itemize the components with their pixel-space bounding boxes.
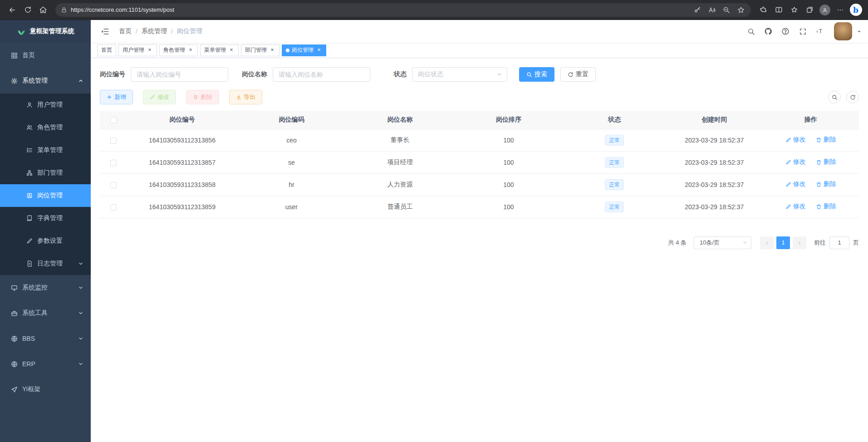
breadcrumb-section[interactable]: 系统管理	[142, 27, 167, 35]
refresh-table-button[interactable]	[846, 91, 859, 103]
sidebar-item-framework[interactable]: Yi框架	[0, 377, 91, 402]
sidebar-item-bbs[interactable]: BBS	[0, 326, 91, 351]
reload-button[interactable]	[20, 3, 35, 17]
tab-users[interactable]: 用户管理 ×	[118, 44, 157, 56]
search-button[interactable]: 搜索	[519, 67, 554, 82]
goto-page-input[interactable]	[829, 236, 849, 249]
breadcrumb-home[interactable]: 首页	[119, 27, 132, 35]
browser-settings-button[interactable]	[833, 3, 848, 17]
goto-unit-label: 页	[853, 239, 859, 247]
sidebar-item-erp[interactable]: ERP	[0, 351, 91, 377]
column-post-id: 岗位编号	[127, 111, 237, 129]
next-page-button[interactable]: ›	[793, 236, 806, 249]
sidebar-item-monitor[interactable]: 系统监控	[0, 275, 91, 300]
github-button[interactable]	[761, 25, 775, 38]
read-aloud-button[interactable]	[705, 4, 719, 16]
cell-post-sort: 100	[454, 196, 563, 218]
logo[interactable]: 意框架管理系统	[0, 20, 91, 43]
row-delete-link[interactable]: 删除	[816, 180, 836, 188]
split-screen-button[interactable]	[771, 3, 786, 17]
delete-button[interactable]: 删除	[186, 90, 219, 104]
collections-button[interactable]	[802, 3, 817, 17]
add-button[interactable]: 新增	[100, 90, 133, 104]
prev-page-button[interactable]: ‹	[760, 236, 774, 249]
edit-icon	[785, 159, 791, 165]
table-row[interactable]: 1641030593112313858 hr 人力资源 100 正常 2023-…	[100, 173, 859, 196]
sidebar-item-home[interactable]: 首页	[0, 43, 91, 68]
help-button[interactable]	[779, 25, 792, 38]
favorites-button[interactable]	[786, 3, 802, 17]
row-checkbox[interactable]	[110, 182, 117, 188]
sidebar-item-users[interactable]: 用户管理	[0, 93, 91, 116]
tab-departments[interactable]: 部门管理 ×	[241, 44, 280, 56]
tab-home[interactable]: 首页	[97, 44, 116, 56]
row-edit-link[interactable]: 修改	[785, 136, 806, 144]
table-header-row: 岗位编号 岗位编码 岗位名称 岗位排序 状态 创建时间 操作	[100, 111, 859, 129]
back-button[interactable]	[5, 3, 20, 17]
show-search-button[interactable]	[828, 91, 841, 103]
row-edit-link[interactable]: 修改	[785, 158, 806, 166]
header-search-button[interactable]	[744, 25, 758, 38]
sidebar-item-logs[interactable]: 日志管理	[0, 252, 91, 275]
tab-posts[interactable]: 岗位管理 ×	[282, 44, 326, 56]
zoom-button[interactable]	[719, 4, 734, 16]
sidebar-toggle-button[interactable]	[97, 24, 113, 39]
chevron-down-icon	[78, 336, 83, 341]
extensions-button[interactable]	[755, 3, 771, 17]
trash-icon	[816, 159, 822, 165]
row-delete-link[interactable]: 删除	[816, 158, 836, 166]
favorite-this-page-button[interactable]	[734, 4, 748, 16]
row-edit-link[interactable]: 修改	[785, 202, 806, 211]
status-select[interactable]: 岗位状态	[412, 67, 507, 82]
sidebar-item-dictionary[interactable]: 字典管理	[0, 207, 91, 230]
select-all-checkbox[interactable]	[110, 117, 117, 123]
goto-label: 前往	[814, 239, 826, 247]
address-bar[interactable]: https://ccnetcore.com:1101/system/post	[55, 3, 751, 17]
tab-close-icon[interactable]: ×	[187, 47, 194, 54]
tab-close-icon[interactable]: ×	[269, 47, 275, 54]
row-checkbox[interactable]	[110, 138, 117, 144]
browser-home-button[interactable]	[35, 3, 51, 17]
split-screen-icon	[775, 6, 783, 14]
avatar[interactable]	[834, 22, 852, 40]
edit-icon	[150, 94, 155, 100]
row-delete-link[interactable]: 删除	[816, 202, 836, 211]
sidebar-item-parameters[interactable]: 参数设置	[0, 230, 91, 252]
page-size-select[interactable]: 10条/页	[694, 236, 751, 249]
fullscreen-button[interactable]	[796, 25, 809, 38]
export-button[interactable]: 导出	[229, 90, 262, 104]
page-number-button[interactable]: 1	[776, 236, 790, 249]
posts-table: 岗位编号 岗位编码 岗位名称 岗位排序 状态 创建时间 操作 164103059…	[100, 111, 859, 218]
sidebar-label-menus: 菜单管理	[37, 146, 63, 154]
edit-icon	[785, 204, 791, 210]
tab-menus[interactable]: 菜单管理 ×	[200, 44, 239, 56]
sidebar-item-tools[interactable]: 系统工具	[0, 300, 91, 326]
tab-close-icon[interactable]: ×	[147, 47, 153, 54]
row-checkbox[interactable]	[110, 204, 117, 211]
tab-close-icon[interactable]: ×	[316, 47, 322, 54]
post-code-input[interactable]	[131, 67, 228, 82]
password-button[interactable]	[690, 4, 705, 16]
row-edit-link[interactable]: 修改	[785, 180, 806, 188]
table-row[interactable]: 1641030593112313857 se 项目经理 100 正常 2023-…	[100, 151, 859, 173]
table-row[interactable]: 1641030593112313856 ceo 董事长 100 正常 2023-…	[100, 129, 859, 151]
sidebar-item-menus[interactable]: 菜单管理	[0, 139, 91, 162]
cell-post-name: 项目经理	[346, 151, 454, 173]
post-name-input[interactable]	[273, 67, 370, 82]
edit-button[interactable]: 修改	[143, 90, 176, 104]
row-checkbox[interactable]	[110, 160, 117, 166]
sidebar-item-roles[interactable]: 角色管理	[0, 116, 91, 139]
tab-roles[interactable]: 角色管理 ×	[159, 44, 198, 56]
browser-profile-button[interactable]	[817, 3, 833, 17]
reset-button[interactable]: 重置	[560, 67, 596, 82]
avatar-caret-button[interactable]	[857, 29, 862, 34]
copilot-button[interactable]: b	[848, 3, 863, 17]
row-delete-link[interactable]: 删除	[816, 136, 836, 144]
pagination-total: 共 4 条	[668, 239, 687, 247]
tab-close-icon[interactable]: ×	[228, 47, 235, 54]
sidebar-item-posts[interactable]: 岗位管理	[0, 184, 91, 207]
font-size-button[interactable]: TT	[813, 25, 827, 38]
table-row[interactable]: 1641030593112313859 user 普通员工 100 正常 202…	[100, 196, 859, 218]
sidebar-item-system[interactable]: 系统管理	[0, 68, 91, 93]
sidebar-item-departments[interactable]: 部门管理	[0, 162, 91, 184]
